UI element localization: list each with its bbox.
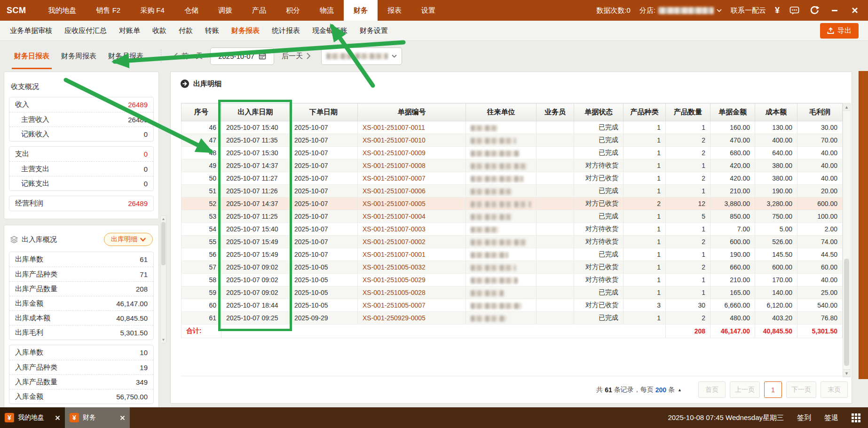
table-row[interactable]: 492025-10-07 14:372025-10-07XS-001-25100… [181,159,843,172]
cell-index: 58 [181,274,221,286]
last-page-button[interactable]: 末页 [821,381,848,398]
income-expense-card: 收支概况 收入26489主营收入26489记账收入0支出0主营支出0记账支出0经… [4,71,159,219]
table-row[interactable]: 512025-10-07 11:262025-10-07XS-001-25100… [181,185,843,198]
doc-link[interactable]: XS-001-251005-0007 [363,301,426,309]
table-row[interactable]: 572025-10-07 09:022025-10-05XS-001-25100… [181,261,843,274]
column-header-9: 产品数量 [666,103,710,121]
report-tab-2[interactable]: 财务周报表 [60,42,97,70]
column-header-11: 成本额 [755,103,797,121]
arrow-circle-icon[interactable] [180,79,189,88]
table-row[interactable]: 562025-10-07 15:492025-10-07XS-001-25100… [181,248,843,261]
apps-grid-icon[interactable] [852,413,860,422]
top-menu-item-1[interactable]: 我的地盘 [39,0,87,21]
outbound-detail-button[interactable]: 出库明细 [104,233,153,246]
minimize-icon[interactable] [829,5,840,16]
page-size-value[interactable]: 200 [655,386,666,394]
scroll-up-icon[interactable]: ▲ [843,103,850,111]
table-row[interactable]: 592025-10-07 09:022025-10-05XS-001-25100… [181,286,843,299]
top-menu-item-6[interactable]: 产品 [242,0,276,21]
doc-link[interactable]: XS-001-251007-0011 [363,124,425,131]
table-row[interactable]: 482025-10-07 15:302025-10-07XS-001-25100… [181,147,843,159]
doc-link[interactable]: XS-001-251007-0008 [363,162,426,169]
table-row[interactable]: 462025-10-07 15:402025-10-07XS-001-25100… [181,121,843,134]
store-dropdown[interactable] [321,48,402,65]
sidebar-scrollbar[interactable]: ▲ ▼ [160,215,166,343]
tab-close-icon[interactable] [120,415,125,420]
dropdown-caret-icon [392,55,397,58]
submenu-item-6[interactable]: 转账 [199,26,225,35]
doc-link[interactable]: XS-001-251007-0005 [363,200,426,207]
submenu-item-3[interactable]: 对账单 [113,26,146,35]
doc-link[interactable]: XS-001-251007-0004 [363,213,426,220]
submenu-item-9[interactable]: 现金银行账 [306,26,354,35]
table-row[interactable]: 552025-10-07 15:492025-10-07XS-001-25100… [181,236,843,248]
prev-day-button[interactable]: 前一天 [174,52,203,61]
table-row[interactable]: 602025-10-07 18:442025-10-05XS-001-25100… [181,299,843,312]
sign-out-button[interactable]: 签退 [824,413,838,422]
report-tab-1[interactable]: 财务日报表 [13,42,50,70]
top-menu-item-9[interactable]: 财务 [344,0,378,21]
doc-link[interactable]: XS-001-251005-0029 [363,276,426,284]
submenu-item-5[interactable]: 付款 [173,26,199,35]
current-page-button[interactable]: 1 [764,381,782,398]
top-menu-item-10[interactable]: 报表 [378,0,411,21]
stat-value: 71 [140,270,148,278]
top-menu-item-8[interactable]: 物流 [310,0,344,21]
taskbar-tab-1[interactable]: ¥我的地盘 [0,407,65,428]
table-row[interactable]: 472025-10-07 11:352025-10-07XS-001-25100… [181,134,843,147]
close-icon[interactable] [849,5,860,16]
contact-link[interactable]: 联系一配云 [731,6,766,15]
stat-label: 记账收入 [15,130,49,139]
date-picker[interactable]: 2025-10-07 [210,48,274,65]
sign-in-button[interactable]: 签到 [797,413,811,422]
scroll-up-icon[interactable]: ▲ [162,217,166,221]
doc-link[interactable]: XS-001-251007-0010 [363,136,426,144]
scroll-down-icon[interactable]: ▼ [162,338,166,342]
message-icon[interactable] [789,5,800,16]
doc-link[interactable]: XS-001-250929-0005 [363,314,426,322]
doc-link[interactable]: XS-001-251007-0006 [363,187,426,195]
top-menu-item-3[interactable]: 采购 F4 [130,0,174,21]
doc-link[interactable]: XS-001-251007-0002 [363,238,426,246]
table-row[interactable]: 532025-10-07 11:252025-10-07XS-001-25100… [181,210,843,223]
scroll-thumb[interactable] [844,259,849,366]
submenu-item-1[interactable]: 业务单据审核 [4,26,58,35]
first-page-button[interactable]: 首页 [698,381,726,398]
submenu-item-10[interactable]: 财务设置 [354,26,394,35]
top-menu-item-2[interactable]: 销售 F2 [87,0,131,21]
table-row[interactable]: 502025-10-07 11:272025-10-07XS-001-25100… [181,172,843,185]
submenu-item-2[interactable]: 应收应付汇总 [58,26,113,35]
next-day-button[interactable]: 后一天 [282,52,311,61]
top-menu-item-5[interactable]: 调拨 [208,0,242,21]
table-scrollbar[interactable]: ▲ ▼ [843,103,851,377]
top-menu-item-11[interactable]: 设置 [411,0,445,21]
doc-link[interactable]: XS-001-251007-0001 [363,251,426,258]
report-tab-3[interactable]: 财务月报表 [107,42,144,70]
cell-amount: 680.00 [710,147,755,159]
submenu-item-7[interactable]: 财务报表 [225,26,266,35]
table-row[interactable]: 542025-10-07 15:402025-10-07XS-001-25100… [181,223,843,236]
submenu-item-8[interactable]: 统计报表 [266,26,306,35]
top-menu-item-4[interactable]: 仓储 [174,0,208,21]
doc-link[interactable]: XS-001-251005-0032 [363,263,426,271]
scroll-thumb[interactable] [161,222,166,265]
doc-link[interactable]: XS-001-251007-0003 [363,225,426,233]
page-size-caret-icon[interactable]: ▲ [678,388,682,392]
currency-icon[interactable]: ¥ [775,6,780,16]
prev-page-button[interactable]: 上一页 [730,381,760,398]
export-button[interactable]: 导出 [820,23,859,39]
tab-close-icon[interactable] [55,415,60,420]
submenu-item-4[interactable]: 收款 [146,26,173,35]
table-row[interactable]: 582025-10-07 09:022025-10-05XS-001-25100… [181,274,843,286]
taskbar-tab-2[interactable]: ¥财务 [65,407,130,428]
table-row[interactable]: 522025-10-07 14:372025-10-07XS-001-25100… [181,198,843,210]
cell-order-date: 2025-10-07 [290,121,358,134]
doc-link[interactable]: XS-001-251007-0007 [363,174,426,182]
next-page-button[interactable]: 下一页 [786,381,816,398]
top-menu-item-7[interactable]: 积分 [276,0,310,21]
refresh-icon[interactable] [809,5,820,16]
doc-link[interactable]: XS-001-251005-0028 [363,289,426,296]
table-row[interactable]: 612025-10-07 09:252025-09-29XS-001-25092… [181,312,843,325]
branch-selector[interactable]: 分店: [639,6,722,15]
doc-link[interactable]: XS-001-251007-0009 [363,149,426,157]
